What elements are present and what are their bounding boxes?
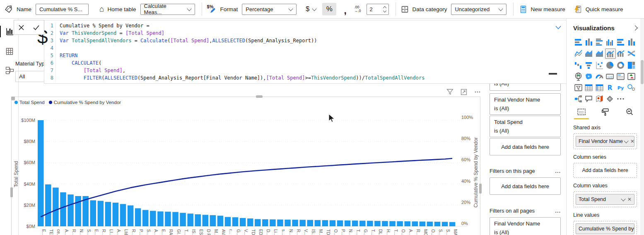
bar[interactable] — [165, 212, 171, 226]
formula-line[interactable]: 4 — [44, 44, 566, 52]
legend-item[interactable]: Total Spend — [14, 100, 45, 105]
field-pill-line-values[interactable]: Cumulative % Spend by ✕ — [576, 223, 634, 234]
stacked-area-chart-icon[interactable] — [594, 48, 604, 58]
shared-axis-well[interactable]: Final Vendor Name ✕ — [573, 133, 637, 149]
bar[interactable] — [232, 217, 239, 226]
map-icon[interactable] — [573, 72, 583, 81]
new-measure-button[interactable]: New measure — [531, 6, 565, 12]
bar[interactable] — [420, 221, 426, 226]
focus-mode-icon[interactable] — [461, 89, 467, 95]
formula-line[interactable]: 8 FILTER(ALLSELECTED(Spend_Analysis_Repo… — [44, 74, 566, 82]
100-stacked-bar-chart-icon[interactable] — [616, 37, 626, 47]
bar[interactable] — [434, 222, 441, 226]
bar[interactable] — [240, 218, 246, 226]
column-values-well[interactable]: Total Spend ✕ — [573, 191, 637, 207]
bar[interactable] — [389, 221, 396, 226]
bar[interactable] — [135, 208, 141, 226]
field-pill-shared-axis[interactable]: Final Vendor Name ✕ — [576, 136, 634, 147]
resize-handle-right[interactable] — [479, 184, 482, 194]
decomposition-tree-icon[interactable] — [573, 94, 583, 104]
filter-card[interactable]: Total Spend is (All) — [490, 116, 561, 137]
filter-icon[interactable] — [446, 89, 453, 95]
bar[interactable] — [157, 211, 164, 226]
bar[interactable] — [367, 221, 373, 226]
vertical-scrollbar[interactable] — [640, 19, 644, 235]
stacked-column-chart-icon[interactable] — [584, 37, 594, 47]
bar[interactable] — [337, 220, 343, 226]
table-icon[interactable] — [584, 83, 594, 92]
bar[interactable] — [142, 210, 149, 226]
multi-row-card-icon[interactable] — [616, 72, 626, 81]
more-options-icon[interactable]: ... — [555, 208, 561, 214]
bar[interactable] — [60, 192, 66, 226]
funnel-chart-icon[interactable] — [584, 61, 594, 70]
format-select[interactable]: Percentage — [242, 4, 297, 15]
formula-line[interactable]: 5RETURN — [44, 52, 566, 59]
bar[interactable] — [374, 221, 381, 226]
bar[interactable] — [128, 206, 134, 226]
decimal-places-stepper[interactable]: 2 — [367, 4, 389, 15]
formula-line[interactable]: 2Var ThisVendorSpend = [Total Spend] — [44, 29, 566, 37]
gauge-icon[interactable] — [594, 72, 604, 81]
resize-handle-left[interactable] — [10, 187, 13, 197]
pie-chart-icon[interactable] — [605, 61, 615, 70]
visual-filters-dropzone[interactable]: Add data fields here — [490, 138, 561, 155]
chevron-down-icon[interactable] — [621, 196, 625, 201]
legend-item[interactable]: Cumulative % Spend by Vendor — [49, 100, 121, 105]
bar[interactable] — [382, 221, 388, 226]
bar[interactable] — [270, 219, 276, 226]
filled-map-icon[interactable] — [584, 72, 594, 81]
clustered-bar-chart-icon[interactable] — [594, 37, 604, 47]
filter-card[interactable]: Final Vendor Name is (All) — [490, 217, 561, 235]
formula-scrollbar-thumb[interactable] — [549, 73, 557, 75]
bar[interactable] — [53, 188, 59, 226]
arcgis-map-icon[interactable] — [605, 94, 615, 104]
card-icon[interactable]: 123 — [605, 72, 615, 81]
bar[interactable] — [247, 218, 253, 226]
bar[interactable] — [217, 216, 224, 226]
line-clustered-column-chart-icon[interactable] — [616, 48, 626, 58]
resize-handle-top[interactable] — [256, 95, 263, 98]
bar[interactable] — [277, 220, 283, 226]
kpi-icon[interactable] — [626, 72, 636, 81]
bar[interactable] — [352, 220, 358, 226]
dax-formula-bar[interactable]: 1Cumulative % Spend by Vendor =2Var This… — [44, 20, 567, 84]
scatter-chart-icon[interactable] — [594, 61, 604, 70]
remove-field-icon[interactable]: ✕ — [627, 196, 632, 202]
formula-line[interactable]: 6 CALCULATE( — [44, 59, 566, 67]
data-view-button[interactable] — [0, 44, 19, 59]
home-table-select[interactable]: Calculate Meas... — [140, 4, 195, 15]
bar[interactable] — [262, 219, 268, 226]
bar[interactable] — [120, 204, 126, 226]
python-visual-icon[interactable]: Py — [616, 83, 626, 92]
stacked-bar-chart-icon[interactable] — [573, 37, 583, 47]
more-options-icon[interactable] — [474, 89, 481, 95]
filter-card[interactable]: Final Vendor Name is (All) — [490, 93, 561, 115]
line-stacked-column-chart-icon[interactable] — [605, 48, 616, 59]
clustered-column-chart-icon[interactable] — [605, 37, 615, 47]
expand-formula-icon[interactable] — [555, 24, 561, 31]
bar[interactable] — [75, 196, 81, 226]
paginated-report-icon[interactable] — [594, 94, 604, 104]
matrix-icon[interactable] — [594, 83, 604, 92]
formula-line[interactable]: 3Var TotalSpendAllVendors = Calculate([T… — [44, 37, 566, 44]
slicer-icon[interactable] — [573, 83, 583, 92]
bar[interactable] — [255, 219, 261, 226]
column-series-well[interactable]: Add data fields here — [573, 163, 637, 178]
key-influencers-icon[interactable] — [626, 83, 636, 92]
ribbon-chart-icon[interactable] — [626, 48, 636, 58]
scrollbar-thumb[interactable] — [641, 60, 644, 84]
tab-analytics[interactable] — [622, 108, 637, 120]
bar[interactable] — [68, 194, 74, 226]
r-script-visual-icon[interactable]: R — [605, 83, 615, 92]
qa-visual-icon[interactable] — [584, 94, 594, 104]
field-pill-column-values[interactable]: Total Spend ✕ — [576, 194, 634, 205]
formula-line[interactable]: 7 [Total Spend], — [44, 67, 566, 74]
bar[interactable] — [113, 203, 119, 226]
collapse-pane-icon[interactable] — [632, 25, 638, 31]
bar[interactable] — [150, 211, 156, 226]
bar[interactable] — [442, 222, 448, 226]
bar[interactable] — [330, 220, 336, 226]
percent-format-button[interactable]: % — [322, 3, 336, 15]
waterfall-chart-icon[interactable] — [573, 61, 583, 70]
